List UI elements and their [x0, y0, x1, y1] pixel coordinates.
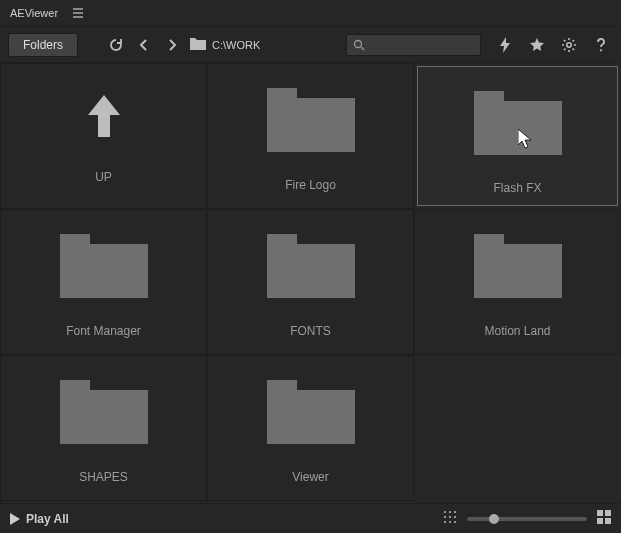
- folder-item[interactable]: FONTS: [207, 209, 414, 355]
- zoom-slider-thumb[interactable]: [489, 514, 499, 524]
- path-display[interactable]: C:\WORK: [190, 36, 260, 53]
- item-label: FONTS: [290, 324, 331, 338]
- back-icon[interactable]: [132, 33, 156, 57]
- titlebar: AEViewer: [0, 0, 621, 26]
- item-label: Fire Logo: [285, 178, 336, 192]
- folder-grid: UPFire LogoFlash FXFont ManagerFONTSMoti…: [0, 63, 621, 503]
- folders-button[interactable]: Folders: [8, 33, 78, 57]
- svg-rect-13: [605, 510, 611, 516]
- search-input[interactable]: [369, 39, 474, 51]
- svg-point-5: [454, 511, 456, 513]
- app-title: AEViewer: [10, 7, 58, 19]
- svg-point-1: [567, 42, 571, 46]
- play-all-label: Play All: [26, 512, 69, 526]
- help-icon[interactable]: [589, 33, 613, 57]
- folder-icon: [474, 234, 562, 298]
- svg-rect-15: [605, 518, 611, 524]
- folder-item[interactable]: Viewer: [207, 355, 414, 501]
- search-icon: [353, 39, 365, 51]
- svg-point-8: [454, 516, 456, 518]
- forward-icon[interactable]: [160, 33, 184, 57]
- item-label: Font Manager: [66, 324, 141, 338]
- search-box[interactable]: [346, 34, 481, 56]
- path-text: C:\WORK: [212, 39, 260, 51]
- item-label: UP: [95, 170, 112, 184]
- star-icon[interactable]: [525, 33, 549, 57]
- lightning-icon[interactable]: [493, 33, 517, 57]
- svg-point-0: [355, 40, 362, 47]
- folder-icon: [60, 380, 148, 444]
- folder-item[interactable]: Flash FX: [417, 66, 618, 206]
- refresh-icon[interactable]: [104, 33, 128, 57]
- folder-item[interactable]: Font Manager: [0, 209, 207, 355]
- folder-icon: [60, 234, 148, 298]
- svg-rect-14: [597, 518, 603, 524]
- folder-item[interactable]: SHAPES: [0, 355, 207, 501]
- up-arrow-icon: [80, 88, 128, 144]
- svg-point-3: [444, 511, 446, 513]
- footer: Play All: [0, 503, 621, 533]
- svg-point-4: [449, 511, 451, 513]
- folder-icon: [190, 36, 206, 53]
- svg-point-2: [600, 49, 602, 51]
- grid-view-icon[interactable]: [597, 510, 611, 527]
- toolbar: Folders C:\WORK: [0, 27, 621, 63]
- folder-icon: [267, 88, 355, 152]
- menu-icon[interactable]: [66, 1, 90, 25]
- svg-point-10: [449, 521, 451, 523]
- play-all-button[interactable]: Play All: [10, 512, 69, 526]
- folder-icon: [474, 91, 562, 155]
- folder-item[interactable]: Fire Logo: [207, 63, 414, 209]
- up-folder-item[interactable]: UP: [0, 63, 207, 209]
- list-view-icon[interactable]: [443, 510, 457, 527]
- folder-item[interactable]: Motion Land: [414, 209, 621, 355]
- item-label: Viewer: [292, 470, 328, 484]
- svg-point-9: [444, 521, 446, 523]
- play-icon: [10, 513, 20, 525]
- svg-point-7: [449, 516, 451, 518]
- folder-icon: [267, 380, 355, 444]
- item-label: Flash FX: [493, 181, 541, 195]
- svg-point-6: [444, 516, 446, 518]
- item-label: Motion Land: [484, 324, 550, 338]
- zoom-slider[interactable]: [467, 517, 587, 521]
- svg-rect-12: [597, 510, 603, 516]
- folder-icon: [267, 234, 355, 298]
- gear-icon[interactable]: [557, 33, 581, 57]
- item-label: SHAPES: [79, 470, 128, 484]
- svg-point-11: [454, 521, 456, 523]
